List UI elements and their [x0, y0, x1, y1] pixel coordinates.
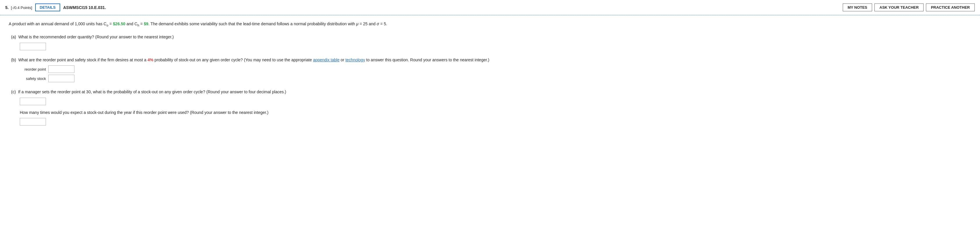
percent-highlight: 4%	[148, 57, 153, 62]
my-notes-button[interactable]: MY NOTES	[843, 3, 872, 11]
page-wrapper: 5. [-/0.4 Points] DETAILS ASWMSCI15 10.E…	[0, 0, 980, 238]
header-bar: 5. [-/0.4 Points] DETAILS ASWMSCI15 10.E…	[0, 0, 980, 16]
part-b-label: (b) What are the reorder point and safet…	[11, 57, 971, 63]
part-a-letter: (a)	[11, 35, 16, 39]
part-c-question2: How many times would you expect a stock-…	[20, 110, 269, 115]
reorder-point-input[interactable]	[48, 65, 75, 73]
ask-teacher-button[interactable]: ASK YOUR TEACHER	[875, 3, 924, 11]
part-b-inputs: reorder point safety stock	[11, 65, 971, 82]
part-c-label: (c) If a manager sets the reorder point …	[11, 89, 971, 95]
reorder-point-row: reorder point	[20, 65, 971, 73]
part-c-question: If a manager sets the reorder point at 3…	[18, 89, 286, 94]
safety-stock-label: safety stock	[20, 76, 46, 81]
part-a-label: (a) What is the recommended order quanti…	[11, 34, 971, 40]
co-value: $26.50	[113, 22, 125, 26]
part-c-label2: How many times would you expect a stock-…	[11, 109, 971, 116]
part-c-input2[interactable]	[20, 118, 46, 125]
part-c: (c) If a manager sets the reorder point …	[9, 89, 971, 125]
part-c-letter: (c)	[11, 89, 16, 94]
part-a-input[interactable]	[20, 43, 46, 50]
content-area: A product with an annual demand of 1,000…	[0, 16, 980, 141]
reorder-point-label: reorder point	[20, 67, 46, 71]
part-c-input1-area	[11, 98, 971, 105]
part-b: (b) What are the reorder point and safet…	[9, 57, 971, 82]
appendix-table-link[interactable]: appendix table	[313, 57, 339, 62]
question-number: 5. [-/0.4 Points]	[5, 5, 32, 10]
part-b-letter: (b)	[11, 57, 16, 62]
part-c-input2-area	[11, 118, 971, 125]
sub-h: h	[137, 24, 139, 27]
safety-stock-input[interactable]	[48, 75, 75, 82]
part-a: (a) What is the recommended order quanti…	[9, 34, 971, 50]
problem-statement: A product with an annual demand of 1,000…	[9, 21, 971, 28]
header-buttons: MY NOTES ASK YOUR TEACHER PRACTICE ANOTH…	[843, 3, 975, 11]
safety-stock-row: safety stock	[20, 75, 971, 82]
sub-o: o	[107, 24, 108, 27]
practice-another-button[interactable]: PRACTICE ANOTHER	[926, 3, 975, 11]
part-c-input1[interactable]	[20, 98, 46, 105]
technology-link[interactable]: technology	[345, 57, 365, 62]
ch-value: $9	[144, 22, 149, 26]
part-a-question: What is the recommended order quantity? …	[18, 35, 174, 39]
part-a-input-area	[11, 43, 971, 50]
details-button[interactable]: DETAILS	[35, 3, 60, 11]
question-code: ASWMSCI15 10.E.031.	[63, 5, 106, 10]
